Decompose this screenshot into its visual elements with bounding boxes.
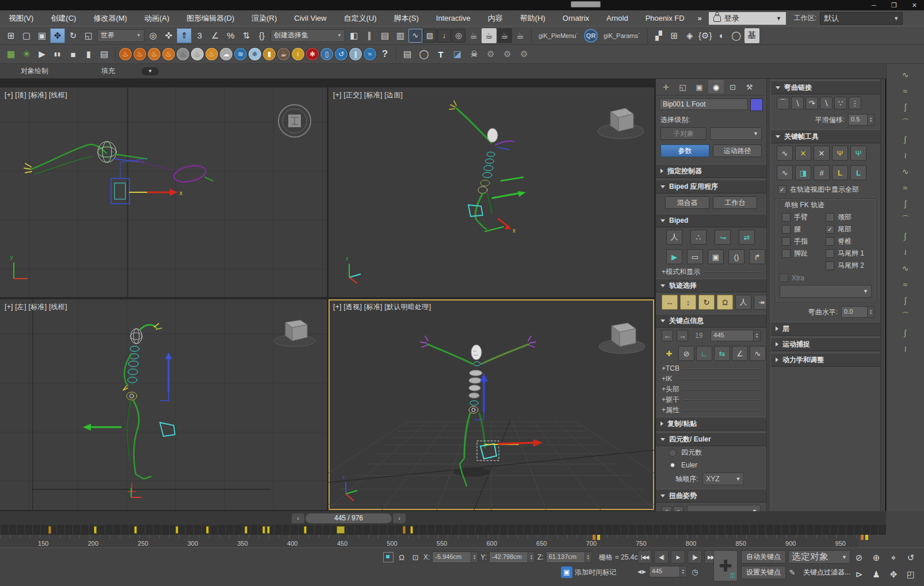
rendered-frame-window-icon[interactable]: ☕ — [482, 28, 497, 43]
motion-flow-mode-icon[interactable]: ↝ — [715, 230, 731, 245]
ornatrix-tool-icon[interactable]: ʃ — [897, 294, 914, 306]
save-file-icon[interactable]: ▣ — [708, 249, 724, 264]
viewport-left-label[interactable]: [+] [左] [标准] [线框] — [5, 302, 67, 312]
bend-twist-icon[interactable]: ↷ — [805, 97, 818, 109]
fk-track-checkbox-row[interactable]: 马尾辫 1 — [826, 248, 869, 260]
rollout-track-selection[interactable]: 轨迹选择 — [656, 279, 766, 292]
menu-interactive[interactable]: Interactive — [427, 11, 479, 26]
spinner-snap-icon[interactable]: ⇅ — [239, 28, 254, 43]
track-bar[interactable] — [0, 525, 886, 535]
bend-straighten-icon[interactable]: ∖ — [791, 97, 804, 109]
fk-track-checkbox[interactable] — [826, 249, 834, 258]
xtra-dropdown[interactable]: ▼ — [780, 285, 872, 298]
fk-track-checkbox-row[interactable]: 颈部 — [826, 211, 869, 223]
fk-track-checkbox-row[interactable]: 马尾辫 2 — [826, 260, 869, 272]
phoenix-ocean-icon[interactable]: ≈ — [364, 48, 376, 60]
workbench-link-icon[interactable]: # — [814, 165, 830, 180]
biped-skeleton-perspective[interactable] — [421, 336, 543, 486]
phoenix-clouds-icon[interactable]: ☁ — [220, 48, 232, 60]
menu-civil-view[interactable]: Civil View — [285, 11, 335, 26]
menu-graph-editors[interactable]: 图形编辑器(D) — [178, 11, 243, 26]
named-selection-sets-icon[interactable]: {} — [254, 28, 269, 43]
menu-animation[interactable]: 动画(A) — [136, 11, 178, 26]
uv-sphere-icon[interactable]: ◖ — [713, 28, 728, 43]
viewport-left[interactable]: [+] [左] [标准] [线框] — [0, 299, 327, 510]
modes-display-section[interactable]: +模式和显示 — [656, 267, 766, 277]
time-configuration-icon[interactable]: ◷ — [689, 566, 701, 577]
smooth-bias-field[interactable]: 0.5 ▴▾ — [848, 114, 875, 125]
delete-key-icon[interactable]: ⊘ — [678, 346, 694, 361]
footstep-mode-icon[interactable]: ∴ — [690, 230, 707, 245]
bend-smooth-icon[interactable]: ∵ — [834, 97, 847, 109]
set-key-button[interactable]: 设置关键点 — [741, 566, 786, 579]
biped-skeleton-ortho[interactable]: x — [449, 101, 526, 234]
bend-zero-icon[interactable]: ∖ — [820, 97, 833, 109]
com-position-icon[interactable]: 人 — [735, 295, 751, 310]
material-editor-icon[interactable]: ↓ — [437, 29, 451, 43]
curve-editor-icon[interactable]: ∿ — [408, 29, 422, 43]
minimize-button[interactable]: ─ — [872, 2, 876, 9]
snap-toggle-icon[interactable]: 3 — [192, 28, 207, 43]
keyframe-tick[interactable] — [403, 526, 406, 534]
render-production-icon[interactable]: ☕ — [497, 28, 512, 43]
phoenix-smoke-icon[interactable]: ♨ — [177, 48, 189, 60]
rollout-motion-capture[interactable]: 运动捕捉 — [771, 337, 880, 351]
tab-populate[interactable]: 填充 — [101, 66, 115, 76]
select-and-rotate-icon[interactable]: ↻ — [66, 28, 81, 43]
keyframe-tick[interactable] — [267, 526, 270, 534]
layer-explorer-icon[interactable]: ▤ — [377, 28, 392, 43]
particle-star-icon[interactable]: ✳ — [19, 47, 34, 62]
phoenix-blood-icon[interactable]: ✱ — [306, 48, 319, 60]
viewport-top-label[interactable]: [+] [顶] [标准] [线框] — [5, 90, 67, 100]
fk-track-checkbox-row[interactable] — [782, 260, 826, 272]
menu-ornatrix[interactable]: Ornatrix — [554, 11, 598, 26]
fov-icon[interactable]: ⊳ — [852, 567, 866, 582]
pan-icon[interactable]: ✥ — [886, 567, 901, 582]
render-setup-icon[interactable]: ◎ — [452, 29, 465, 43]
figure-mode-icon[interactable]: 人 — [666, 230, 682, 245]
fk-track-checkbox-row[interactable]: 脚趾 — [782, 248, 826, 260]
set-sliding-key-icon[interactable]: ⇆ — [714, 346, 730, 361]
ornatrix-tool-icon[interactable]: ≀ — [897, 246, 914, 258]
phoenix-steam-icon[interactable]: ♨ — [191, 48, 204, 60]
mixer-button[interactable]: 混合器 — [665, 196, 709, 209]
ornatrix-tool-icon[interactable]: ∿ — [897, 262, 914, 274]
biped-skeleton-top[interactable]: x — [24, 142, 213, 204]
cat-step-back-icon[interactable]: ⚙ — [483, 47, 498, 62]
viewport-perspective[interactable]: [+] [透视] [标准] [默认明暗处理] — [329, 299, 654, 510]
fk-track-checkbox-row[interactable]: 尾部 — [826, 223, 869, 235]
workspace-dropdown[interactable]: 默认 ▼ — [820, 12, 903, 25]
ornatrix-tool-icon[interactable]: ∫ — [897, 133, 914, 145]
keyframe-tick[interactable] — [175, 526, 178, 534]
menu-views[interactable]: 视图(V) — [0, 11, 42, 26]
circle-tool-icon[interactable]: ◯ — [729, 28, 744, 43]
ornatrix-tool-icon[interactable]: ʃ — [897, 197, 914, 210]
ornatrix-tool-icon[interactable]: ⌒ — [897, 117, 914, 129]
rollout-keyframe-tools[interactable]: 关键帧工具 — [771, 130, 880, 143]
fk-track-checkbox[interactable] — [782, 213, 791, 222]
lock-selection-icon[interactable]: Ω — [396, 551, 407, 563]
phoenix-ice-icon[interactable]: ❄ — [249, 48, 261, 60]
anchor-right-foot-icon[interactable]: L — [850, 165, 866, 180]
ornatrix-tool-icon[interactable]: ∫ — [897, 230, 914, 242]
reference-coordinate-dropdown[interactable]: 世界 ▼ — [97, 29, 144, 42]
angle-snap-icon[interactable]: ∠ — [208, 28, 223, 43]
zoom-icon[interactable]: ⊘ — [852, 550, 866, 565]
viewcube[interactable] — [274, 320, 315, 347]
fk-track-checkbox-row[interactable]: 手臂 — [782, 211, 826, 223]
motion-paths-button[interactable]: 运动路径 — [713, 144, 762, 157]
rollout-bend-links[interactable]: 弯曲链接 — [771, 81, 880, 94]
ornatrix-tool-icon[interactable]: ≀ — [897, 149, 914, 161]
stop-sim-icon[interactable]: ■ — [66, 47, 81, 62]
keyframe-tick[interactable] — [262, 526, 265, 534]
fk-track-checkbox-row[interactable]: 手指 — [782, 235, 826, 248]
cat-rig-icon[interactable]: ☠ — [467, 47, 482, 62]
fk-track-checkbox[interactable] — [782, 225, 791, 234]
viewport-ortho[interactable]: [+] [正交] [标准] [边面] — [329, 87, 654, 297]
euler-radio-row[interactable]: Euler — [656, 459, 766, 471]
key-info-section[interactable]: +头部 — [656, 384, 766, 394]
ornatrix-tool-icon[interactable]: ≈ — [897, 278, 914, 290]
set-planted-key-icon[interactable]: ∟ — [696, 346, 712, 361]
tab-hierarchy[interactable]: ▣ — [692, 81, 707, 93]
keyframe-tick[interactable] — [206, 526, 209, 534]
